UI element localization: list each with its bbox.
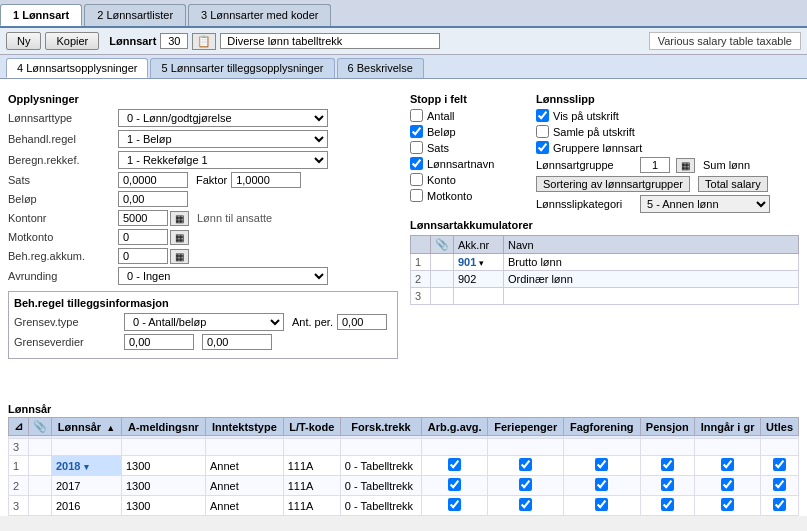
grensevtype-select[interactable]: 0 - Antall/beløp — [124, 313, 284, 331]
grenseverdier-row: Grenseverdier — [14, 334, 392, 350]
inntekts-2017: Annet — [206, 476, 284, 496]
stopp-motkonto-checkbox[interactable] — [410, 189, 423, 202]
kontonr-input[interactable] — [118, 210, 168, 226]
stopp-sats-row: Sats — [410, 141, 520, 154]
pensjon-2017[interactable] — [640, 476, 695, 496]
beh-regel-title: Beh.regel tilleggsinformasjon — [14, 297, 392, 309]
grenseverdier-input2[interactable] — [202, 334, 272, 350]
beh-reg-akkum-row: Beh.reg.akkum. ▦ — [8, 248, 398, 264]
forsk-2017: 0 - Tabelltrekk — [340, 476, 421, 496]
beh-reg-akkum-icon-btn[interactable]: ▦ — [170, 249, 189, 264]
fagf-2018[interactable] — [564, 456, 640, 476]
samle-utskrift-checkbox[interactable] — [536, 125, 549, 138]
ferie-2017[interactable] — [488, 476, 564, 496]
akk-rownum-3: 3 — [411, 288, 431, 305]
sub-tab-opplysninger[interactable]: 4 Lønnsartsopplysninger — [6, 58, 148, 78]
behandlregel-select[interactable]: 1 - Beløp — [118, 130, 328, 148]
stopp-antall-row: Antall — [410, 109, 520, 122]
kopier-button[interactable]: Kopier — [45, 32, 99, 50]
ferie-2016[interactable] — [488, 496, 564, 516]
ferie-2018[interactable] — [488, 456, 564, 476]
grensevtype-row: Grensev.type 0 - Antall/beløp Ant. per. — [14, 313, 392, 331]
grenseverdier-input1[interactable] — [124, 334, 194, 350]
inngar-2016[interactable] — [695, 496, 761, 516]
lonnstar-header-row: ⊿ 📎 Lønnsår ▲ A-meldingsnr Inntektstype … — [9, 418, 799, 436]
kontonr-icon-btn[interactable]: ▦ — [170, 211, 189, 226]
akk-navn-1: Brutto lønn — [504, 254, 799, 271]
belop-input[interactable] — [118, 191, 188, 207]
lonnstar-empty-row-3: 3 — [9, 439, 799, 456]
fagf-2017[interactable] — [564, 476, 640, 496]
ny-button[interactable]: Ny — [6, 32, 41, 50]
header-utles[interactable]: Utles — [761, 418, 799, 436]
header-arb-gavg[interactable]: Arb.g.avg. — [422, 418, 488, 436]
beh-reg-akkum-input[interactable] — [118, 248, 168, 264]
stopp-lonnsartnavn-row: Lønnsartnavn — [410, 157, 520, 170]
behandlregel-row: Behandl.regel 1 - Beløp — [8, 130, 398, 148]
beh-reg-akkum-label: Beh.reg.akkum. — [8, 250, 118, 262]
faktor-input[interactable] — [231, 172, 301, 188]
lonnstar-row-2016[interactable]: 3 2016 1300 Annet 111A 0 - Tabelltrekk — [9, 496, 799, 516]
motkonto-icon-btn[interactable]: ▦ — [170, 230, 189, 245]
header-forsk-trekk[interactable]: Forsk.trekk — [340, 418, 421, 436]
header-inngar-gr[interactable]: Inngår i gr — [695, 418, 761, 436]
tab-lonnsarter-koder[interactable]: 3 Lønnsarter med koder — [188, 4, 331, 26]
arb-2018[interactable] — [422, 456, 488, 476]
utles-2017[interactable] — [761, 476, 799, 496]
header-lonnsaar[interactable]: Lønnsår ▲ — [52, 418, 122, 436]
utles-2016[interactable] — [761, 496, 799, 516]
lonnstar-row-2018[interactable]: 1 2018 ▾ 1300 Annet 111A 0 - Tabelltrekk — [9, 456, 799, 476]
header-fagforening[interactable]: Fagforening — [564, 418, 640, 436]
avrunding-select[interactable]: 0 - Ingen — [118, 267, 328, 285]
gruppere-checkbox[interactable] — [536, 141, 549, 154]
paperclip-header-icon: 📎 — [33, 420, 47, 432]
stopp-antall-checkbox[interactable] — [410, 109, 423, 122]
samle-utskrift-row: Samle på utskrift — [536, 125, 799, 138]
stopp-belop-checkbox[interactable] — [410, 125, 423, 138]
lonnsart-number-input[interactable] — [160, 33, 188, 49]
header-pensjon[interactable]: Pensjon — [640, 418, 695, 436]
ant-per-input[interactable] — [337, 314, 387, 330]
tab-lonnsartlister[interactable]: 2 Lønnsartlister — [84, 4, 186, 26]
stopp-sats-checkbox[interactable] — [410, 141, 423, 154]
total-salary-button[interactable]: Total salary — [698, 176, 768, 192]
beregnrekkef-row: Beregn.rekkef. 1 - Rekkefølge 1 — [8, 151, 398, 169]
arb-2017[interactable] — [422, 476, 488, 496]
sub-tab-beskrivelse[interactable]: 6 Beskrivelse — [337, 58, 424, 78]
lonnartgruppe-input[interactable] — [640, 157, 670, 173]
pensjon-2016[interactable] — [640, 496, 695, 516]
sortering-row: Sortering av lønnsartgrupper Total salar… — [536, 176, 799, 192]
stopp-lonnsartnavn-label: Lønnsartnavn — [427, 158, 494, 170]
right-cols: Stopp i felt Antall Beløp Sats Lønnsartn… — [410, 87, 799, 213]
header-feriepenger[interactable]: Feriepenger — [488, 418, 564, 436]
inngar-2017[interactable] — [695, 476, 761, 496]
lonnsarttype-row: Lønnsarttype 0 - Lønn/godtgjørelse — [8, 109, 398, 127]
sortering-button[interactable]: Sortering av lønnsartgrupper — [536, 176, 690, 192]
grensevtype-label: Grensev.type — [14, 316, 124, 328]
header-lt-kode[interactable]: L/T-kode — [283, 418, 340, 436]
lonnstar-row-2017[interactable]: 2 2017 1300 Annet 111A 0 - Tabelltrekk — [9, 476, 799, 496]
stopp-konto-checkbox[interactable] — [410, 173, 423, 186]
akkumulatorer-title: Lønnsartakkumulatorer — [410, 219, 799, 231]
lonnartgruppe-icon-btn[interactable]: ▦ — [676, 158, 695, 173]
toolbar-info: Various salary table taxable — [649, 32, 801, 50]
year-2018[interactable]: 2018 ▾ — [52, 456, 122, 476]
arb-2016[interactable] — [422, 496, 488, 516]
avrunding-row: Avrunding 0 - Ingen — [8, 267, 398, 285]
pensjon-2018[interactable] — [640, 456, 695, 476]
vis-utskrift-checkbox[interactable] — [536, 109, 549, 122]
lonnsarttype-select[interactable]: 0 - Lønn/godtgjørelse — [118, 109, 328, 127]
tab-lonnsart[interactable]: 1 Lønnsart — [0, 4, 82, 26]
sats-input[interactable] — [118, 172, 188, 188]
header-inntektstype[interactable]: Inntektstype — [206, 418, 284, 436]
inngar-2018[interactable] — [695, 456, 761, 476]
lonnsart-description-input[interactable] — [220, 33, 440, 49]
header-a-meld[interactable]: A-meldingsnr — [121, 418, 205, 436]
fagf-2016[interactable] — [564, 496, 640, 516]
sub-tab-tillegg[interactable]: 5 Lønnsarter tilleggsopplysninger — [150, 58, 334, 78]
motkonto-input[interactable] — [118, 229, 168, 245]
beregnrekkef-select[interactable]: 1 - Rekkefølge 1 — [118, 151, 328, 169]
stopp-lonnsartnavn-checkbox[interactable] — [410, 157, 423, 170]
utles-2018[interactable] — [761, 456, 799, 476]
lonnslipkategori-select[interactable]: 5 - Annen lønn — [640, 195, 770, 213]
